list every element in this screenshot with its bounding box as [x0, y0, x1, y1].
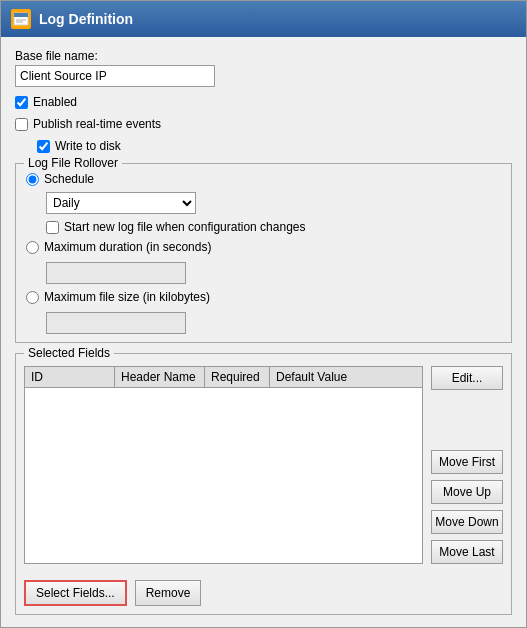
rollover-group-title: Log File Rollover: [24, 156, 122, 170]
max-duration-radio[interactable]: [26, 241, 39, 254]
write-to-disk-row: Write to disk: [37, 139, 512, 153]
title-bar: Log Definition: [1, 1, 526, 37]
log-file-rollover-group: Log File Rollover Schedule Daily Weekly …: [15, 163, 512, 343]
selected-fields-table: ID Header Name Required Default Value: [24, 366, 423, 564]
move-down-button[interactable]: Move Down: [431, 510, 503, 534]
base-file-name-section: Base file name:: [15, 49, 512, 87]
enabled-label: Enabled: [33, 95, 77, 109]
base-file-name-input[interactable]: [15, 65, 215, 87]
base-file-name-label: Base file name:: [15, 49, 512, 63]
selected-fields-title: Selected Fields: [24, 346, 114, 360]
table-header: ID Header Name Required Default Value: [25, 367, 422, 388]
spacer-1: [431, 396, 503, 444]
enabled-row: Enabled: [15, 95, 512, 109]
schedule-select-container: Daily Weekly Monthly Hourly: [46, 192, 501, 214]
enabled-checkbox[interactable]: [15, 96, 28, 109]
selected-fields-group: Selected Fields ID Header Name Required …: [15, 353, 512, 615]
window-title: Log Definition: [39, 11, 133, 27]
start-new-log-row: Start new log file when configuration ch…: [46, 220, 501, 234]
write-to-disk-checkbox[interactable]: [37, 140, 50, 153]
schedule-select[interactable]: Daily Weekly Monthly Hourly: [46, 192, 196, 214]
side-buttons: Edit... Move First Move Up Move Down Mov…: [431, 366, 503, 564]
log-definition-window: Log Definition Base file name: Enabled P…: [0, 0, 527, 628]
schedule-label: Schedule: [44, 172, 94, 186]
col-header-name: Header Name: [115, 367, 205, 387]
col-required: Required: [205, 367, 270, 387]
max-filesize-input[interactable]: [46, 312, 186, 334]
max-filesize-label: Maximum file size (in kilobytes): [44, 290, 210, 304]
move-last-button[interactable]: Move Last: [431, 540, 503, 564]
remove-button[interactable]: Remove: [135, 580, 202, 606]
fields-inner: ID Header Name Required Default Value Ed…: [16, 354, 511, 572]
max-duration-label: Maximum duration (in seconds): [44, 240, 211, 254]
col-id: ID: [25, 367, 115, 387]
publish-events-row: Publish real-time events: [15, 117, 512, 131]
content-area: Base file name: Enabled Publish real-tim…: [1, 37, 526, 627]
max-duration-radio-row: Maximum duration (in seconds): [26, 240, 501, 254]
svg-rect-1: [14, 13, 28, 17]
schedule-radio[interactable]: [26, 173, 39, 186]
max-duration-input[interactable]: [46, 262, 186, 284]
select-fields-button[interactable]: Select Fields...: [24, 580, 127, 606]
start-new-log-checkbox[interactable]: [46, 221, 59, 234]
max-filesize-radio[interactable]: [26, 291, 39, 304]
write-to-disk-label: Write to disk: [55, 139, 121, 153]
schedule-radio-row: Schedule: [26, 172, 501, 186]
max-filesize-radio-row: Maximum file size (in kilobytes): [26, 290, 501, 304]
edit-button[interactable]: Edit...: [431, 366, 503, 390]
max-duration-input-container: [46, 260, 501, 284]
move-up-button[interactable]: Move Up: [431, 480, 503, 504]
bottom-buttons-row: Select Fields... Remove: [16, 572, 511, 614]
publish-events-label: Publish real-time events: [33, 117, 161, 131]
window-icon: [11, 9, 31, 29]
col-default-value: Default Value: [270, 367, 422, 387]
max-filesize-input-container: [46, 310, 501, 334]
start-new-log-label: Start new log file when configuration ch…: [64, 220, 305, 234]
publish-events-checkbox[interactable]: [15, 118, 28, 131]
table-body[interactable]: [25, 388, 422, 563]
move-first-button[interactable]: Move First: [431, 450, 503, 474]
